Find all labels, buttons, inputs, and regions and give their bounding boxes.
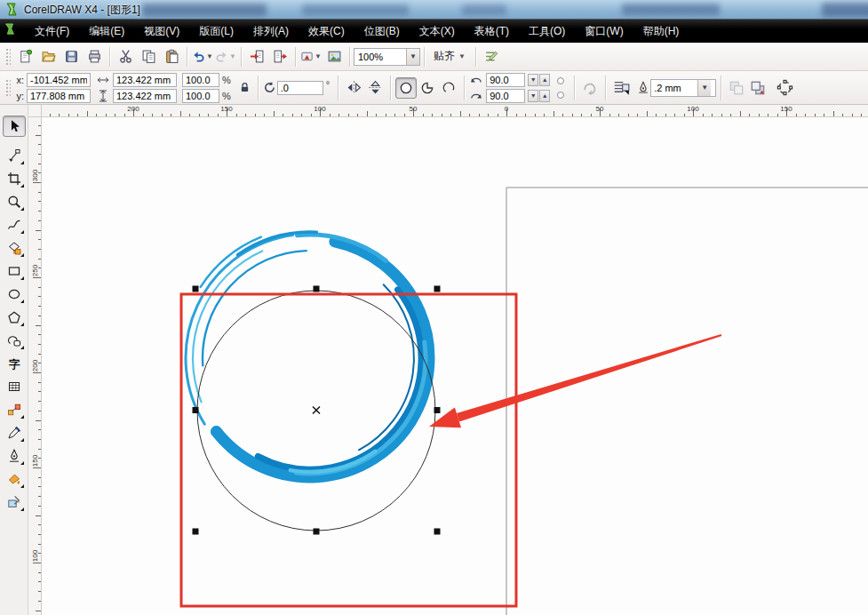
snap-to-button[interactable]: 贴齐 ▼ bbox=[428, 46, 472, 68]
flyout-arrow-icon[interactable] bbox=[20, 411, 24, 419]
brush-circle-object[interactable] bbox=[186, 232, 429, 477]
new-document-button[interactable] bbox=[13, 45, 36, 68]
chevron-down-icon[interactable]: ▼ bbox=[697, 80, 711, 96]
options-button[interactable] bbox=[480, 45, 503, 68]
spinner-up-icon[interactable]: ▲ bbox=[539, 90, 550, 102]
undo-button[interactable]: ▼ bbox=[191, 45, 214, 68]
menu-edit[interactable]: 编辑(E) bbox=[79, 20, 134, 43]
menu-tools[interactable]: 工具(O) bbox=[519, 20, 575, 43]
flyout-arrow-icon[interactable] bbox=[20, 296, 24, 303]
chevron-down-icon[interactable]: ▼ bbox=[315, 52, 322, 60]
flyout-arrow-icon[interactable] bbox=[20, 342, 24, 349]
outline-width-combo[interactable]: ▼ bbox=[650, 79, 716, 97]
flyout-arrow-icon[interactable] bbox=[20, 157, 24, 164]
shape-tool[interactable] bbox=[3, 145, 26, 166]
spinner-up-icon[interactable]: ▲ bbox=[539, 74, 550, 86]
menu-window[interactable]: 窗口(W) bbox=[575, 20, 633, 43]
selection-handle[interactable] bbox=[314, 529, 320, 535]
selection-handle[interactable] bbox=[434, 529, 441, 535]
chevron-down-icon[interactable]: ▼ bbox=[406, 49, 419, 65]
ellipse-mode-button[interactable] bbox=[395, 77, 417, 99]
flyout-arrow-icon[interactable] bbox=[20, 227, 24, 234]
freehand-tool[interactable] bbox=[3, 214, 26, 236]
flyout-arrow-icon[interactable] bbox=[20, 481, 24, 488]
table-tool[interactable] bbox=[3, 376, 26, 397]
title-bar[interactable]: CorelDRAW X4 - [图形1] bbox=[0, 0, 868, 20]
import-button[interactable] bbox=[245, 45, 268, 68]
rotation-angle-input[interactable] bbox=[277, 81, 323, 95]
object-height-input[interactable] bbox=[113, 89, 177, 103]
eyedropper-tool[interactable] bbox=[3, 422, 26, 443]
smart-fill-tool[interactable] bbox=[3, 237, 26, 259]
zoom-level-combo[interactable]: ▼ bbox=[354, 48, 420, 66]
object-x-input[interactable] bbox=[27, 73, 91, 87]
flyout-arrow-icon[interactable] bbox=[20, 273, 24, 280]
menu-text[interactable]: 文本(X) bbox=[410, 20, 465, 43]
selection-center-mark[interactable] bbox=[313, 407, 320, 414]
arc-start-angle-input[interactable] bbox=[486, 73, 525, 87]
scale-y-input[interactable] bbox=[182, 89, 219, 103]
selection-handles[interactable] bbox=[193, 286, 441, 535]
to-front-of-layer-button[interactable] bbox=[747, 77, 768, 99]
arc-direction-radio[interactable] bbox=[557, 92, 564, 99]
spinner-down-icon[interactable]: ▼ bbox=[528, 90, 538, 102]
ellipse-tool[interactable] bbox=[3, 284, 26, 305]
rectangle-tool[interactable] bbox=[3, 260, 26, 282]
chevron-down-icon[interactable]: ▼ bbox=[206, 52, 213, 60]
flyout-arrow-icon[interactable] bbox=[20, 204, 24, 211]
crop-tool[interactable] bbox=[3, 168, 26, 189]
flyout-arrow-icon[interactable] bbox=[20, 435, 24, 442]
basic-shapes-tool[interactable] bbox=[3, 330, 26, 351]
export-button[interactable] bbox=[268, 45, 291, 68]
toolbar-grip[interactable] bbox=[4, 47, 11, 67]
flyout-arrow-icon[interactable] bbox=[20, 250, 24, 257]
scale-x-input[interactable] bbox=[182, 73, 219, 87]
pie-mode-button[interactable] bbox=[417, 77, 438, 99]
zoom-level-input[interactable] bbox=[354, 50, 406, 64]
menu-help[interactable]: 帮助(H) bbox=[633, 20, 689, 43]
open-button[interactable] bbox=[36, 45, 60, 68]
menu-file[interactable]: 文件(F) bbox=[25, 20, 79, 43]
menu-view[interactable]: 视图(V) bbox=[134, 20, 189, 43]
menu-arrange[interactable]: 排列(A) bbox=[243, 20, 299, 43]
text-wrap-button[interactable] bbox=[610, 77, 632, 99]
selection-handle[interactable] bbox=[193, 529, 199, 535]
mirror-horizontal-button[interactable] bbox=[343, 77, 364, 99]
fill-tool[interactable] bbox=[3, 468, 26, 490]
object-width-input[interactable] bbox=[113, 73, 177, 87]
flyout-arrow-icon[interactable] bbox=[20, 504, 24, 511]
selection-handle[interactable] bbox=[193, 407, 199, 413]
menu-table[interactable]: 表格(T) bbox=[465, 20, 519, 43]
polygon-tool[interactable] bbox=[3, 307, 26, 328]
pick-tool[interactable] bbox=[3, 116, 26, 137]
application-launcher-button[interactable]: ▼ bbox=[299, 45, 323, 68]
convert-to-curves-button[interactable] bbox=[774, 77, 795, 99]
selection-handle[interactable] bbox=[434, 407, 441, 413]
menu-bitmaps[interactable]: 位图(B) bbox=[354, 20, 410, 43]
document-icon[interactable] bbox=[4, 23, 16, 39]
blend-tool[interactable] bbox=[3, 399, 26, 420]
flyout-arrow-icon[interactable] bbox=[20, 180, 24, 188]
flyout-arrow-icon[interactable] bbox=[20, 319, 24, 326]
selection-handle[interactable] bbox=[193, 286, 199, 292]
property-bar-grip[interactable] bbox=[4, 78, 11, 98]
interactive-fill-tool[interactable] bbox=[3, 491, 26, 513]
save-button[interactable] bbox=[60, 45, 83, 68]
lock-ratio-button[interactable] bbox=[236, 79, 253, 96]
menu-effects[interactable]: 效果(C) bbox=[299, 20, 354, 43]
outline-pen-tool[interactable] bbox=[3, 445, 26, 467]
welcome-screen-button[interactable] bbox=[323, 45, 346, 68]
arc-direction-radio[interactable] bbox=[557, 77, 564, 84]
zoom-tool[interactable] bbox=[3, 191, 26, 212]
mirror-vertical-button[interactable] bbox=[364, 77, 386, 99]
arc-end-angle-input[interactable] bbox=[486, 89, 525, 103]
horizontal-ruler[interactable]: 20015010050050100150 bbox=[42, 105, 868, 117]
copy-button[interactable] bbox=[137, 45, 160, 68]
cut-button[interactable] bbox=[114, 45, 137, 68]
ruler-origin-corner[interactable] bbox=[28, 105, 42, 117]
paste-button[interactable] bbox=[160, 45, 183, 68]
menu-layout[interactable]: 版面(L) bbox=[189, 20, 243, 43]
selection-handle[interactable] bbox=[314, 286, 320, 292]
object-y-input[interactable] bbox=[27, 89, 91, 103]
drawing-canvas[interactable] bbox=[42, 117, 868, 615]
